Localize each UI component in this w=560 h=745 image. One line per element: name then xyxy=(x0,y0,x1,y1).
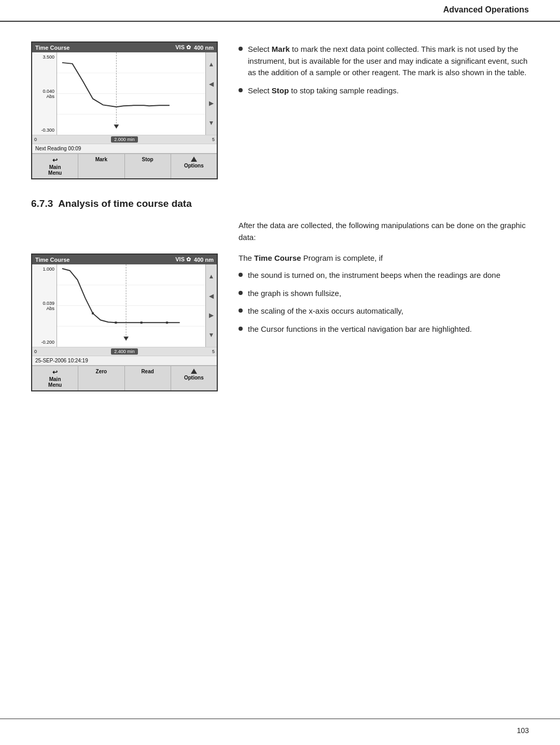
btn-stop-label-1: Stop xyxy=(142,157,153,162)
inst-button-bar-1: ↩ MainMenu Mark Stop Options xyxy=(32,153,217,178)
btn-options-label-1: Options xyxy=(184,163,204,168)
inst-graph-area-2: 1.000 0.039Abs -0.200 xyxy=(32,264,217,347)
bullet-dot-b3 xyxy=(239,308,243,313)
section-top: Time Course VIS ✿ 400 nm 3.500 0.040Abs … xyxy=(31,41,529,179)
next-reading-1: Next Reading 00:09 xyxy=(35,146,81,151)
svg-rect-12 xyxy=(166,321,168,324)
arrow-right-1[interactable]: ▶ xyxy=(209,100,214,107)
btn-main-label-1: MainMenu xyxy=(48,164,62,176)
instrument-2-col: Time Course VIS ✿ 400 nm 1.000 0.039Abs … xyxy=(31,254,218,391)
bullet-text-b4: the Cursor functions in the vertical nav… xyxy=(248,324,472,335)
y-top-2: 1.000 xyxy=(43,266,54,272)
bullet-dot-1 xyxy=(239,47,243,51)
arrow-down-2[interactable]: ▼ xyxy=(208,331,215,339)
arrow-right-2[interactable]: ▶ xyxy=(209,312,214,319)
inst-graph-area-1: 3.500 0.040Abs -0.300 xyxy=(32,52,217,135)
btn-mark-label-1: Mark xyxy=(95,157,107,162)
bullet-text-b2: the graph is shown fullsize, xyxy=(248,288,341,300)
page-title: Advanced Operations xyxy=(443,5,529,14)
btn-read-label-2: Read xyxy=(141,369,153,374)
svg-marker-13 xyxy=(123,336,129,341)
bullet-item-b4: the Cursor functions in the vertical nav… xyxy=(239,324,529,335)
bottom-rule xyxy=(0,719,560,719)
y-bot-2: -0.200 xyxy=(41,340,54,345)
inst-graph-inner-1 xyxy=(57,52,205,135)
btn-read-2[interactable]: Read xyxy=(125,366,171,390)
y-mid-2: 0.039Abs xyxy=(43,301,54,311)
bullet-text-b1: the sound is turned on, the instrument b… xyxy=(248,270,500,282)
instrument-screen-2: Time Course VIS ✿ 400 nm 1.000 0.039Abs … xyxy=(31,254,218,391)
btn-mark-1[interactable]: Mark xyxy=(78,154,124,178)
btn-zero-2[interactable]: Zero xyxy=(78,366,124,390)
x-center-2: 2.400 min xyxy=(111,348,138,355)
text-col-1: Select Mark to mark the next data point … xyxy=(239,41,529,179)
section-title: Analysis of time course data xyxy=(58,198,192,209)
arrow-down-1[interactable]: ▼ xyxy=(208,119,215,126)
vis-label-1: VIS ✿ xyxy=(175,44,191,51)
btn-main-label-2: MainMenu xyxy=(48,376,62,388)
bullet-item-2: Select Stop to stop taking sample readin… xyxy=(239,85,529,97)
arrow-left-1[interactable]: ◀ xyxy=(209,80,214,88)
page-header: Advanced Operations xyxy=(443,5,529,15)
intro-text: After the data are collected, the follow… xyxy=(239,220,529,243)
bullet-item-1: Select Mark to mark the next data point … xyxy=(239,44,529,79)
back-arrow-1: ↩ xyxy=(52,157,58,164)
inst-x-bar-1: 0 2.000 min 5 xyxy=(32,135,217,144)
bullet-dot-b2 xyxy=(239,291,243,295)
back-arrow-2: ↩ xyxy=(52,369,58,376)
inst-header-1: Time Course VIS ✿ 400 nm xyxy=(32,43,217,52)
inst-y-axis-2: 1.000 0.039Abs -0.200 xyxy=(32,264,57,347)
bullet-list-1: Select Mark to mark the next data point … xyxy=(239,44,529,96)
inst-title-1: Time Course xyxy=(35,45,69,51)
btn-stop-1[interactable]: Stop xyxy=(125,154,171,178)
x-left-1: 0 xyxy=(34,137,37,142)
svg-rect-10 xyxy=(115,321,117,324)
y-mid-1: 0.040Abs xyxy=(43,89,54,99)
svg-rect-9 xyxy=(92,312,94,314)
inst-title-2: Time Course xyxy=(35,257,69,263)
top-rule xyxy=(0,21,560,22)
bullet-text-1: Select Mark to mark the next data point … xyxy=(248,44,529,79)
inst-info-bar-1: Next Reading 00:09 xyxy=(32,144,217,153)
complete-label: The Time Course Program is complete, if xyxy=(239,254,529,262)
inst-button-bar-2: ↩ MainMenu Zero Read Options xyxy=(32,366,217,390)
btn-options-2[interactable]: Options xyxy=(171,366,217,390)
btn-options-1[interactable]: Options xyxy=(171,154,217,178)
arrow-up-2[interactable]: ▲ xyxy=(208,273,215,280)
options-triangle-1 xyxy=(191,157,197,162)
inst-info-bar-2: 25-SEP-2006 10:24:19 xyxy=(32,356,217,366)
inst-x-bar-2: 0 2.400 min 5 xyxy=(32,347,217,356)
right-col-bottom: The Time Course Program is complete, if … xyxy=(239,254,529,391)
instrument-1-col: Time Course VIS ✿ 400 nm 3.500 0.040Abs … xyxy=(31,41,218,179)
arrow-left-2[interactable]: ◀ xyxy=(209,292,214,300)
complete-bold: Time Course xyxy=(254,254,301,262)
bullet-text-b3: the scaling of the x-axis occurs automat… xyxy=(248,305,403,317)
svg-marker-4 xyxy=(114,124,119,129)
inst-y-axis-1: 3.500 0.040Abs -0.300 xyxy=(32,52,57,135)
btn-options-label-2: Options xyxy=(184,375,204,381)
bullet-text-2: Select Stop to stop taking sample readin… xyxy=(248,85,399,97)
svg-rect-11 xyxy=(141,321,143,324)
graph-svg-1 xyxy=(57,52,205,135)
graph-svg-2 xyxy=(57,264,205,347)
page-number: 103 xyxy=(517,726,529,735)
y-top-1: 3.500 xyxy=(43,54,54,60)
inst-header-2: Time Course VIS ✿ 400 nm xyxy=(32,255,217,264)
inst-graph-inner-2 xyxy=(57,264,205,347)
inst-header-right-2: VIS ✿ 400 nm xyxy=(175,256,214,263)
instrument-screen-1: Time Course VIS ✿ 400 nm 3.500 0.040Abs … xyxy=(31,41,218,179)
inst-header-right-1: VIS ✿ 400 nm xyxy=(175,44,214,51)
bullet-item-b1: the sound is turned on, the instrument b… xyxy=(239,270,529,282)
bullet-dot-2 xyxy=(239,88,243,92)
bullet-item-b2: the graph is shown fullsize, xyxy=(239,288,529,300)
wavelength-1: 400 nm xyxy=(194,45,214,51)
main-content: Time Course VIS ✿ 400 nm 3.500 0.040Abs … xyxy=(31,31,529,391)
btn-main-menu-2[interactable]: ↩ MainMenu xyxy=(32,366,78,390)
btn-main-menu-1[interactable]: ↩ MainMenu xyxy=(32,154,78,178)
inst-right-controls-2: ▲ ◀ ▶ ▼ xyxy=(205,264,217,347)
section-heading: 6.7.3 Analysis of time course data xyxy=(31,198,529,209)
inst-right-controls-1: ▲ ◀ ▶ ▼ xyxy=(205,52,217,135)
section-number: 6.7.3 xyxy=(31,198,53,209)
bullet-dot-b4 xyxy=(239,327,243,331)
arrow-up-1[interactable]: ▲ xyxy=(208,61,215,68)
